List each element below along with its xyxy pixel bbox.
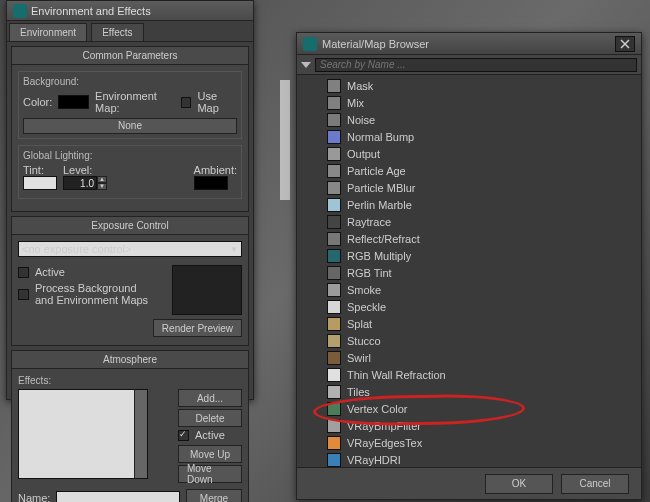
- process-bg-checkbox[interactable]: [18, 289, 29, 300]
- effects-list[interactable]: [18, 389, 148, 479]
- spin-down-icon[interactable]: ▼: [97, 183, 107, 190]
- use-map-checkbox[interactable]: [181, 97, 191, 108]
- map-item[interactable]: Swirl: [299, 349, 639, 366]
- map-swatch-icon: [327, 130, 341, 144]
- global-lighting-group: Global Lighting: Tint: Level: ▲▼ Ambient…: [18, 145, 242, 199]
- map-item[interactable]: RGB Multiply: [299, 247, 639, 264]
- env-titlebar[interactable]: Environment and Effects: [7, 1, 253, 21]
- atmo-active-label: Active: [195, 429, 225, 441]
- exposure-active-checkbox[interactable]: [18, 267, 29, 278]
- env-tabs: Environment Effects: [7, 21, 253, 42]
- process-bg-label: Process Background and Environment Maps: [35, 282, 148, 306]
- map-item[interactable]: VRayHDRI: [299, 451, 639, 467]
- map-item-label: Splat: [347, 318, 372, 330]
- name-label: Name:: [18, 492, 50, 502]
- ok-button[interactable]: OK: [485, 474, 553, 494]
- map-swatch-icon: [327, 147, 341, 161]
- move-down-button[interactable]: Move Down: [178, 465, 242, 483]
- map-item[interactable]: Speckle: [299, 298, 639, 315]
- map-item-label: Perlin Marble: [347, 199, 412, 211]
- map-item[interactable]: Output: [299, 145, 639, 162]
- map-item[interactable]: Thin Wall Refraction: [299, 366, 639, 383]
- browser-titlebar[interactable]: Material/Map Browser: [297, 33, 641, 55]
- tab-environment[interactable]: Environment: [9, 23, 87, 41]
- map-list[interactable]: MaskMixNoiseNormal BumpOutputParticle Ag…: [297, 75, 641, 467]
- close-icon: [620, 39, 630, 49]
- map-item-label: Smoke: [347, 284, 381, 296]
- map-item-label: Speckle: [347, 301, 386, 313]
- map-item[interactable]: Mask: [299, 77, 639, 94]
- map-item[interactable]: Reflect/Refract: [299, 230, 639, 247]
- close-button[interactable]: [615, 36, 635, 52]
- map-item-label: Noise: [347, 114, 375, 126]
- map-item[interactable]: Perlin Marble: [299, 196, 639, 213]
- exposure-active-label: Active: [35, 266, 65, 278]
- map-item-label: VRayBmpFilter: [347, 420, 421, 432]
- cancel-button[interactable]: Cancel: [561, 474, 629, 494]
- search-row: [297, 55, 641, 75]
- level-input[interactable]: [63, 176, 97, 190]
- map-item-label: Reflect/Refract: [347, 233, 420, 245]
- map-swatch-icon: [327, 215, 341, 229]
- merge-button[interactable]: Merge: [186, 489, 242, 502]
- exposure-preview: [172, 265, 242, 315]
- rollout-common-body: Background: Color: Environment Map: Use …: [11, 65, 249, 212]
- map-swatch-icon: [327, 385, 341, 399]
- map-item[interactable]: Raytrace: [299, 213, 639, 230]
- background-group: Background: Color: Environment Map: Use …: [18, 71, 242, 139]
- map-item-label: Thin Wall Refraction: [347, 369, 446, 381]
- tab-effects[interactable]: Effects: [91, 23, 143, 41]
- search-input[interactable]: [315, 58, 637, 72]
- map-item[interactable]: Mix: [299, 94, 639, 111]
- map-swatch-icon: [327, 249, 341, 263]
- map-item[interactable]: Particle MBlur: [299, 179, 639, 196]
- map-item-label: Swirl: [347, 352, 371, 364]
- map-item-label: Stucco: [347, 335, 381, 347]
- use-map-label: Use Map: [197, 90, 237, 114]
- env-map-button[interactable]: None: [23, 118, 237, 134]
- material-map-browser-dialog: Material/Map Browser MaskMixNoiseNormal …: [296, 32, 642, 500]
- map-swatch-icon: [327, 334, 341, 348]
- spin-up-icon[interactable]: ▲: [97, 176, 107, 183]
- level-label: Level:: [63, 164, 92, 176]
- add-button[interactable]: Add...: [178, 389, 242, 407]
- render-preview-button[interactable]: Render Preview: [153, 319, 242, 337]
- env-map-label: Environment Map:: [95, 90, 175, 114]
- name-input[interactable]: [56, 491, 180, 502]
- delete-button[interactable]: Delete: [178, 409, 242, 427]
- map-item[interactable]: VRayBmpFilter: [299, 417, 639, 434]
- ambient-swatch[interactable]: [194, 176, 228, 190]
- level-spinner[interactable]: ▲▼: [63, 176, 107, 190]
- map-swatch-icon: [327, 453, 341, 467]
- rollout-exposure-header[interactable]: Exposure Control: [11, 216, 249, 235]
- map-item[interactable]: Smoke: [299, 281, 639, 298]
- global-lighting-label: Global Lighting:: [23, 150, 237, 161]
- map-swatch-icon: [327, 164, 341, 178]
- background-color-swatch[interactable]: [58, 95, 89, 109]
- map-item[interactable]: Stucco: [299, 332, 639, 349]
- map-item[interactable]: Tiles: [299, 383, 639, 400]
- map-swatch-icon: [327, 181, 341, 195]
- atmo-active-checkbox[interactable]: [178, 430, 189, 441]
- rollout-atmo-header[interactable]: Atmosphere: [11, 350, 249, 369]
- map-swatch-icon: [327, 113, 341, 127]
- browser-app-icon: [303, 37, 317, 51]
- map-item[interactable]: Particle Age: [299, 162, 639, 179]
- map-swatch-icon: [327, 317, 341, 331]
- map-item[interactable]: Vertex Color: [299, 400, 639, 417]
- map-item[interactable]: Splat: [299, 315, 639, 332]
- ambient-label: Ambient:: [194, 164, 237, 176]
- map-item-label: Mix: [347, 97, 364, 109]
- exposure-combo[interactable]: <no exposure control> ▼: [18, 241, 242, 257]
- dropdown-icon[interactable]: [301, 62, 311, 68]
- rollout-exposure-body: <no exposure control> ▼ Active Process B…: [11, 235, 249, 346]
- map-item-label: Mask: [347, 80, 373, 92]
- rollout-common-header[interactable]: Common Parameters: [11, 46, 249, 65]
- map-item[interactable]: Normal Bump: [299, 128, 639, 145]
- map-item[interactable]: Noise: [299, 111, 639, 128]
- map-swatch-icon: [327, 283, 341, 297]
- map-item[interactable]: RGB Tint: [299, 264, 639, 281]
- move-up-button[interactable]: Move Up: [178, 445, 242, 463]
- map-item[interactable]: VRayEdgesTex: [299, 434, 639, 451]
- tint-swatch[interactable]: [23, 176, 57, 190]
